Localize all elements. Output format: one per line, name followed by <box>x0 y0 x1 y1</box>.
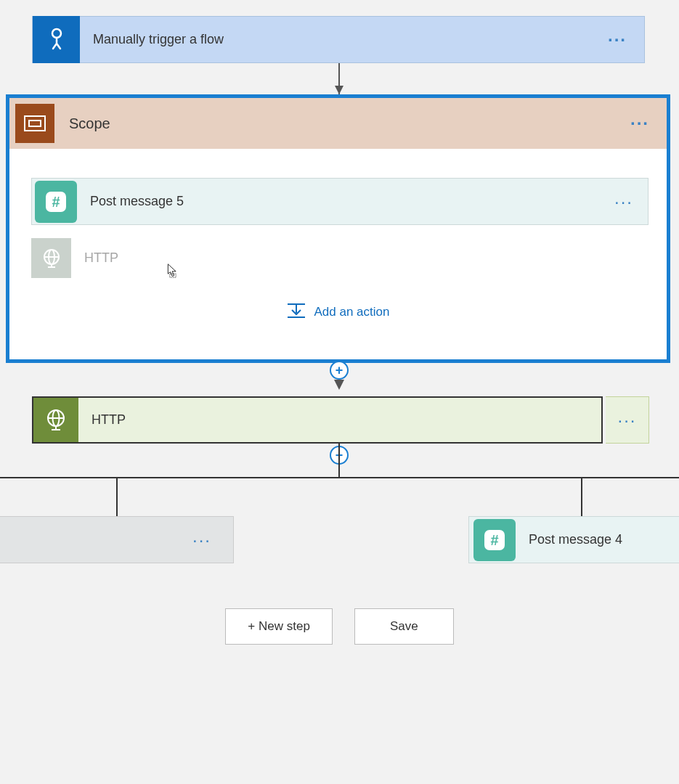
http-drag-ghost: HTTP <box>31 238 605 278</box>
scope-container[interactable]: Scope ··· # Post message 5 ··· <box>6 94 670 363</box>
http-ghost-title: HTTP <box>84 250 118 266</box>
arrowhead-icon <box>334 380 344 390</box>
svg-text:#: # <box>490 532 498 548</box>
scope-title: Scope <box>69 115 613 132</box>
connector-line <box>116 477 118 517</box>
branch-left-card[interactable]: ··· <box>0 516 234 563</box>
globe-icon <box>33 398 78 442</box>
insert-action-icon <box>287 303 306 322</box>
add-action-button[interactable]: Add an action <box>31 303 645 322</box>
new-step-button[interactable]: + New step <box>225 608 333 645</box>
slack-hash-icon: # <box>35 181 77 223</box>
branch-right-card[interactable]: # Post message 4 <box>468 516 679 563</box>
post-message-card[interactable]: # Post message 5 ··· <box>31 178 648 225</box>
save-button[interactable]: Save <box>354 608 454 645</box>
svg-text:#: # <box>52 194 60 210</box>
arrowhead-icon <box>335 86 343 94</box>
svg-point-0 <box>52 29 61 38</box>
branch-left-menu-icon[interactable]: ··· <box>192 530 211 550</box>
http-card[interactable]: HTTP ··· <box>32 396 649 444</box>
svg-rect-2 <box>29 121 41 126</box>
svg-rect-1 <box>25 116 45 131</box>
globe-icon <box>31 238 71 278</box>
http-title: HTTP <box>92 412 126 428</box>
manual-trigger-icon <box>33 16 80 63</box>
connector-line <box>581 477 582 517</box>
branch-right-title: Post message 4 <box>529 532 679 547</box>
trigger-title: Manually trigger a flow <box>93 32 590 47</box>
trigger-card[interactable]: Manually trigger a flow ··· <box>32 16 645 63</box>
scope-header[interactable]: Scope ··· <box>9 98 667 149</box>
post-message-menu-icon[interactable]: ··· <box>600 192 648 212</box>
http-card-body[interactable]: HTTP <box>32 396 603 444</box>
add-step-button[interactable]: + <box>330 361 349 380</box>
connector-line <box>338 444 340 477</box>
http-menu-icon[interactable]: ··· <box>606 396 649 444</box>
post-message-title: Post message 5 <box>90 194 600 209</box>
scope-icon <box>15 104 54 143</box>
footer-buttons: + New step Save <box>0 608 679 645</box>
slack-hash-icon: # <box>473 519 516 561</box>
add-action-label: Add an action <box>314 305 390 319</box>
trigger-menu-icon[interactable]: ··· <box>590 30 644 50</box>
scope-menu-icon[interactable]: ··· <box>613 113 667 134</box>
connector-line <box>0 477 679 478</box>
